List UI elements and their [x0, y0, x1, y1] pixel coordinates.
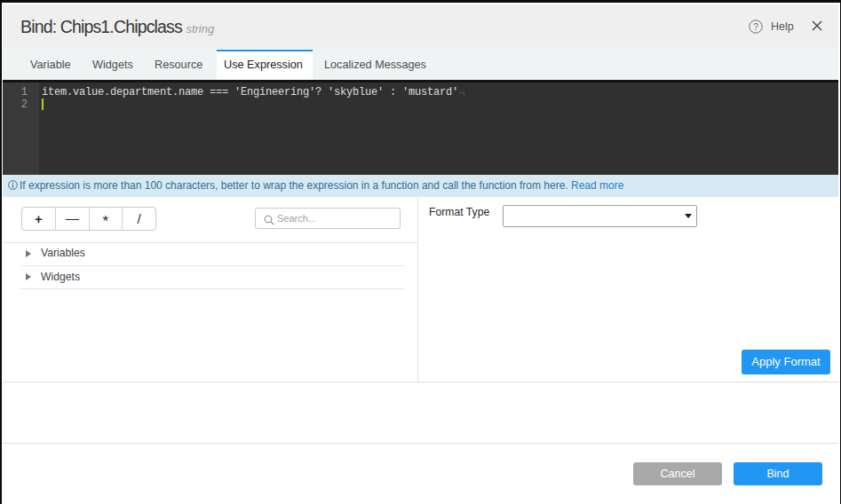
- svg-text:?: ?: [753, 22, 758, 32]
